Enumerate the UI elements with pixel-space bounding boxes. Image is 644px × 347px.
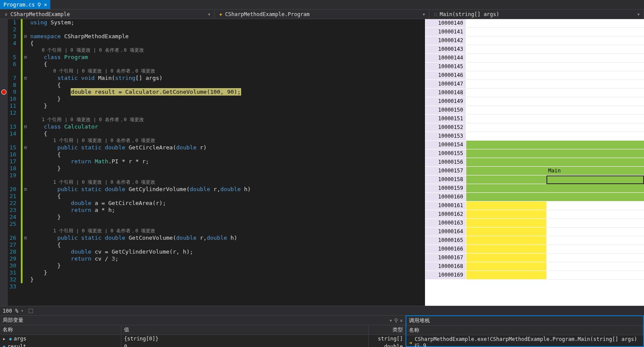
tree-cell[interactable] bbox=[546, 123, 644, 132]
codelens[interactable]: 0 个引用 | 0 项更改 | 0 名作者，0 项更改 bbox=[30, 47, 425, 54]
tree-cell[interactable] bbox=[466, 262, 546, 271]
locals-row[interactable]: ▸ ◈args {string[0]} string[] bbox=[0, 335, 405, 343]
tree-row[interactable]: 10000145 bbox=[425, 63, 644, 71]
col-value[interactable]: 值 bbox=[121, 325, 369, 334]
tree-row[interactable]: 10000152 bbox=[425, 123, 644, 132]
tree-row[interactable]: 10000154 bbox=[425, 141, 644, 149]
fold-toggle[interactable]: ⊟ bbox=[23, 33, 29, 40]
tree-cell[interactable] bbox=[546, 132, 644, 141]
tree-cell[interactable] bbox=[546, 262, 644, 271]
col-name[interactable]: 名称 bbox=[406, 326, 643, 335]
tree-row[interactable]: 10000157 Main bbox=[425, 167, 644, 175]
code-line[interactable]: return a * h; bbox=[30, 207, 425, 214]
fold-toggle[interactable] bbox=[23, 283, 29, 290]
code-line[interactable]: return cv / 3; bbox=[30, 255, 425, 262]
crumb-project[interactable]: ▫ CSharpMethodExample ▾ bbox=[0, 10, 215, 19]
fold-toggle[interactable] bbox=[23, 179, 29, 186]
chevron-down-icon[interactable]: ▾ bbox=[208, 11, 211, 17]
tree-cell[interactable] bbox=[466, 63, 546, 71]
tree-cell[interactable] bbox=[546, 210, 644, 219]
tree-cell[interactable] bbox=[466, 97, 546, 106]
tree-cell[interactable] bbox=[546, 141, 644, 149]
code-line[interactable]: static void Main(string[] args) bbox=[30, 75, 425, 82]
code-line[interactable]: } bbox=[30, 262, 425, 269]
tree-row[interactable]: 10000167 bbox=[425, 254, 644, 262]
tree-row[interactable]: 10000156 bbox=[425, 158, 644, 167]
fold-toggle[interactable]: ⊟ bbox=[23, 235, 29, 241]
tree-cell[interactable] bbox=[546, 28, 644, 36]
tree-row[interactable]: 10000166 bbox=[425, 245, 644, 254]
fold-toggle[interactable]: ⊟ bbox=[23, 144, 29, 151]
code-line[interactable]: class Program bbox=[30, 54, 425, 61]
tree-cell[interactable] bbox=[466, 89, 546, 97]
col-name[interactable]: 名称 bbox=[0, 325, 121, 334]
fold-toggle[interactable] bbox=[23, 172, 29, 179]
fold-toggle[interactable] bbox=[23, 193, 29, 200]
chevron-down-icon[interactable]: ▾ bbox=[637, 11, 640, 17]
fold-toggle[interactable]: ⊟ bbox=[23, 123, 29, 130]
tree-cell[interactable] bbox=[546, 80, 644, 89]
code-line[interactable]: { bbox=[30, 193, 425, 200]
tree-cell[interactable] bbox=[466, 45, 546, 54]
tree-cell[interactable] bbox=[546, 254, 644, 262]
tree-row[interactable]: 10000161 bbox=[425, 202, 644, 210]
code-line[interactable]: namespace CSharpMethodExample bbox=[30, 33, 425, 40]
code-line[interactable] bbox=[30, 221, 425, 228]
tree-cell[interactable] bbox=[466, 202, 546, 210]
tree-row[interactable]: 10000162 bbox=[425, 210, 644, 219]
tree-cell[interactable] bbox=[546, 193, 644, 202]
fold-toggle[interactable] bbox=[23, 241, 29, 248]
tree-cell[interactable] bbox=[466, 28, 546, 36]
code-line[interactable]: { bbox=[30, 82, 425, 89]
tree-cell[interactable] bbox=[466, 115, 546, 123]
tree-row[interactable]: 10000143 bbox=[425, 45, 644, 54]
tree-cell[interactable] bbox=[466, 193, 546, 202]
tab-program[interactable]: Program.cs ⚲ × bbox=[0, 0, 50, 9]
tree-cell[interactable] bbox=[466, 149, 546, 158]
tree-row[interactable]: 10000146 bbox=[425, 71, 644, 80]
fold-toggle[interactable] bbox=[23, 255, 29, 262]
tree-cell[interactable] bbox=[466, 184, 546, 193]
tree-row[interactable]: 10000155 bbox=[425, 149, 644, 158]
fold-toggle[interactable] bbox=[23, 214, 29, 221]
fold-toggle[interactable] bbox=[23, 130, 29, 137]
tree-row[interactable]: 10000168 bbox=[425, 262, 644, 271]
tree-cell[interactable] bbox=[466, 123, 546, 132]
tree-cell[interactable] bbox=[546, 219, 644, 228]
tree-cell[interactable] bbox=[546, 184, 644, 193]
tree-cell[interactable] bbox=[466, 175, 546, 184]
code-line[interactable]: using System; bbox=[30, 19, 425, 26]
callstack-row[interactable]: ➜ CSharpMethodExample.exe!CSharpMethodEx… bbox=[406, 335, 643, 347]
tree-row[interactable]: 10000158 bbox=[425, 175, 644, 184]
tree-row[interactable]: 10000147 bbox=[425, 80, 644, 89]
codelens[interactable]: 1 个引用 | 0 项更改 | 0 名作者，0 项更改 bbox=[30, 179, 425, 186]
fold-toggle[interactable] bbox=[23, 262, 29, 269]
code-line[interactable]: public static double GetCylinderVolume(d… bbox=[30, 186, 425, 193]
tree-cell[interactable] bbox=[466, 158, 546, 167]
tree-cell[interactable] bbox=[546, 149, 644, 158]
view-toggle-icon[interactable] bbox=[29, 309, 33, 313]
tree-cell[interactable] bbox=[466, 167, 546, 175]
tree-row[interactable]: 10000142 bbox=[425, 36, 644, 45]
tree-cell[interactable] bbox=[466, 106, 546, 115]
tree-row[interactable]: 10000164 bbox=[425, 228, 644, 236]
tree-row[interactable]: 10000160 bbox=[425, 193, 644, 202]
tree-row[interactable]: 10000169 bbox=[425, 271, 644, 280]
tree-cell[interactable] bbox=[546, 271, 644, 280]
fold-toggle[interactable] bbox=[23, 137, 29, 144]
code-line[interactable]: { bbox=[30, 130, 425, 137]
code-line[interactable]: } bbox=[30, 165, 425, 172]
fold-toggle[interactable] bbox=[23, 158, 29, 165]
code-line[interactable]: double a = GetCircleArea(r); bbox=[30, 200, 425, 207]
close-icon[interactable]: ✕ bbox=[400, 317, 403, 324]
tree-row[interactable]: 10000165 bbox=[425, 236, 644, 245]
tree-cell[interactable] bbox=[546, 36, 644, 45]
tree-cell[interactable] bbox=[466, 245, 546, 254]
tree-cell[interactable]: Main bbox=[546, 167, 644, 175]
tree-cell[interactable] bbox=[546, 175, 644, 184]
fold-toggle[interactable]: ⊟ bbox=[23, 186, 29, 193]
tree-cell[interactable] bbox=[546, 202, 644, 210]
tree-cell[interactable] bbox=[466, 54, 546, 63]
fold-gutter[interactable]: ⊟⊟⊟⊟⊟⊟⊟ bbox=[23, 19, 29, 306]
fold-toggle[interactable] bbox=[23, 47, 29, 54]
